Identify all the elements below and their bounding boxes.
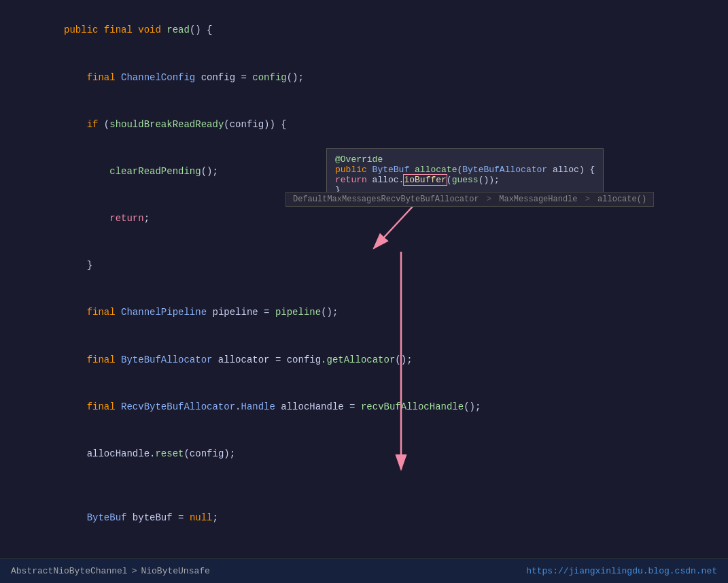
code-editor: public final void read() { final Channel…: [0, 0, 728, 558]
breadcrumb-sep1: >: [487, 195, 496, 204]
bottom-sep: >: [132, 566, 137, 576]
tooltip-override: @Override: [335, 154, 595, 165]
tooltip-line1: public ByteBuf allocate(ByteBufAllocator…: [335, 165, 595, 175]
breadcrumb-sep2: >: [585, 195, 595, 204]
code-line-3: if (shouldBreakReadReady(config)) {: [0, 101, 728, 148]
iobuffer-highlight: ioBuffer: [404, 175, 446, 185]
code-line-8: final ByteBufAllocator allocator = confi…: [0, 336, 728, 383]
breadcrumb-method: allocate(): [597, 195, 646, 204]
code-line-11: ByteBuf byteBuf = null;: [0, 494, 728, 541]
bottom-url: https://jiangxinlingdu.blog.csdn.net: [526, 566, 717, 576]
code-line-7: final ChannelPipeline pipeline = pipelin…: [0, 289, 728, 336]
bottom-bar: AbstractNioByteChannel > NioByteUnsafe h…: [0, 558, 728, 583]
code-line-2: final ChannelConfig config = config();: [0, 54, 728, 101]
code-line-9: final RecvByteBufAllocator.Handle allocH…: [0, 383, 728, 430]
bottom-class2: NioByteUnsafe: [141, 566, 209, 576]
code-line-blank1: [0, 478, 728, 494]
bottom-class1: AbstractNioByteChannel: [11, 566, 128, 576]
code-line-1: public final void read() {: [0, 7, 728, 54]
breadcrumb-class2: MaxMessageHandle: [499, 195, 577, 204]
bottom-breadcrumb: AbstractNioByteChannel > NioByteUnsafe: [11, 566, 210, 576]
breadcrumb-bar: DefaultMaxMessagesRecvByteBufAllocator >…: [285, 192, 654, 207]
code-line-12: boolean close = false;: [0, 541, 728, 558]
code-line-10: allocHandle.reset(config);: [0, 431, 728, 478]
breadcrumb-class1: DefaultMaxMessagesRecvByteBufAllocator: [293, 195, 479, 204]
tooltip-line2: return alloc.ioBuffer(guess());: [335, 175, 595, 185]
code-line-6: }: [0, 242, 728, 289]
